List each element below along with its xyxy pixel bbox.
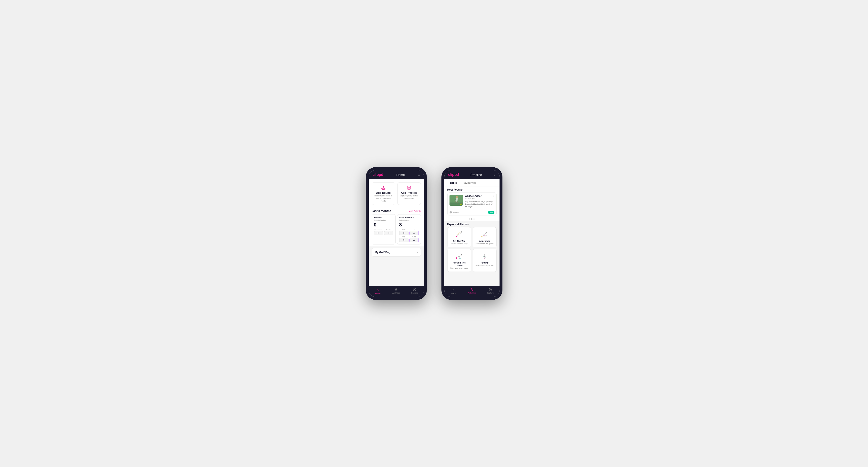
dot-3 — [473, 218, 475, 220]
home-nav-label: Home — [375, 292, 380, 294]
svg-rect-12 — [450, 203, 463, 206]
tab-drills[interactable]: Drills — [447, 179, 460, 186]
skill-putting[interactable]: Putting Make and lag practice — [473, 249, 497, 272]
practice-rounds-value: 0 — [384, 231, 393, 235]
golf-bag-label: My Golf Bag — [375, 251, 391, 254]
rounds-capture-label: Rounds Capture — [374, 219, 393, 221]
popular-card-inner: Wedge Ladder ☆ 50–100 yds Play 1 shot at… — [447, 193, 496, 210]
app-value: 4 — [409, 231, 419, 235]
practice-menu-icon[interactable]: ≡ — [493, 173, 495, 177]
putt-cell: PUTT 4 — [409, 236, 419, 242]
svg-point-19 — [456, 236, 457, 237]
practice-capture-nav-label: Capture — [487, 292, 494, 294]
phone-practice-screen: clippd Practice ≡ Drills Favourites Most… — [444, 170, 499, 297]
nav-home[interactable]: ⌂ Home — [369, 288, 387, 294]
drills-row1: OTT 0 APP 4 — [399, 229, 419, 235]
home-menu-icon[interactable]: ≡ — [418, 173, 420, 177]
add-practice-title: Add Practice — [401, 191, 417, 194]
putt-label: PUTT — [412, 236, 416, 238]
drills-total: 8 — [399, 222, 419, 228]
practice-header: clippd Practice ≡ — [444, 170, 499, 179]
approach-title: Approach — [479, 240, 490, 242]
add-practice-icon — [406, 185, 412, 190]
add-round-card[interactable]: Add Round Record your shots in fast or e… — [372, 182, 395, 205]
popular-card-image-inner — [450, 195, 463, 206]
nav-activities[interactable]: Activities — [387, 288, 405, 294]
svg-line-23 — [482, 232, 487, 237]
popular-info-header: Wedge Ladder ☆ — [465, 195, 494, 197]
popular-card-accent-bar — [496, 193, 496, 215]
add-practice-card[interactable]: Add Practice Capture your practice off-t… — [397, 182, 421, 205]
svg-marker-2 — [383, 186, 384, 187]
practice-home-nav-icon: ⌂ — [453, 288, 454, 292]
nav-capture[interactable]: Capture — [405, 288, 424, 294]
approach-icon — [480, 230, 490, 239]
off-the-tee-title: Off The Tee — [453, 240, 466, 242]
svg-point-4 — [408, 187, 410, 188]
ott-value: 0 — [399, 231, 408, 235]
svg-point-0 — [381, 188, 385, 190]
explore-title: Explore skill areas — [447, 223, 497, 226]
home-logo: clippd — [373, 173, 383, 177]
popular-card-star: ☆ — [492, 195, 494, 197]
tournament-cell: Tournament 0 — [374, 229, 383, 235]
add-round-title: Add Round — [376, 191, 391, 194]
ott-label: OTT — [402, 229, 405, 230]
practice-title: Practice — [470, 173, 482, 177]
putting-icon — [480, 252, 490, 260]
stats-container: Rounds Rounds Capture 0 Tournament 0 Pra… — [369, 214, 424, 246]
popular-shots-label: 9 shots — [450, 211, 459, 214]
capture-nav-icon — [413, 288, 416, 291]
action-cards-container: Add Round Record your shots in fast or e… — [369, 179, 424, 207]
practice-activities-nav-icon — [470, 288, 473, 291]
practice-bottom-nav: ⌂ Home Activities — [444, 286, 499, 297]
arg-label: ARG — [402, 236, 405, 238]
last3months-label: Last 3 Months — [372, 209, 392, 213]
drills-row2: ARG 0 PUTT 4 — [399, 236, 419, 242]
practice-tabs: Drills Favourites — [444, 179, 499, 186]
add-round-icon — [381, 185, 386, 190]
golf-bag-button[interactable]: My Golf Bag › — [372, 248, 421, 257]
phone-practice: clippd Practice ≡ Drills Favourites Most… — [441, 167, 502, 300]
home-nav-icon: ⌂ — [377, 288, 379, 292]
practice-logo: clippd — [448, 173, 459, 177]
off-the-tee-icon — [454, 230, 464, 239]
practice-home-nav-label: Home — [451, 292, 456, 294]
add-practice-desc: Capture your practice off-the-course — [400, 195, 419, 200]
tournament-value: 0 — [374, 231, 383, 235]
skill-grid: Off The Tee Power and accuracy — [447, 227, 497, 272]
arg-value: 0 — [399, 238, 408, 242]
dot-2 — [471, 218, 472, 220]
view-activity-link[interactable]: View Activity — [409, 210, 421, 212]
rounds-title: Rounds — [374, 216, 393, 219]
practice-content: Most Popular — [444, 186, 499, 286]
explore-section: Explore skill areas — [444, 221, 499, 274]
tab-favourites[interactable]: Favourites — [460, 179, 479, 186]
activities-nav-label: Activities — [393, 292, 400, 294]
shots-icon — [450, 211, 452, 214]
around-the-green-desc: Hone your short game — [450, 267, 468, 269]
skill-around-the-green[interactable]: Around The Green Hone your short game — [447, 249, 471, 272]
popular-card-desc: Play 1 shot at each target yardage. If y… — [465, 200, 494, 208]
putting-title: Putting — [480, 261, 489, 264]
home-title: Home — [396, 173, 405, 177]
skill-off-the-tee[interactable]: Off The Tee Power and accuracy — [447, 227, 471, 247]
practice-nav-capture[interactable]: Capture — [481, 288, 499, 294]
rounds-box: Rounds Rounds Capture 0 Tournament 0 Pra… — [372, 214, 396, 245]
around-the-green-title: Around The Green — [450, 261, 469, 267]
svg-point-7 — [396, 289, 397, 290]
popular-app-badge: APP — [488, 211, 494, 214]
rounds-total: 0 — [374, 222, 393, 228]
capture-nav-label: Capture — [411, 292, 418, 294]
most-popular-section: Most Popular — [444, 186, 499, 217]
skill-approach[interactable]: Approach Dial-in to hit the green — [473, 227, 497, 247]
popular-card-footer: 9 shots APP — [447, 210, 496, 215]
popular-card[interactable]: Wedge Ladder ☆ 50–100 yds Play 1 shot at… — [447, 192, 497, 215]
rounds-rows: Tournament 0 Practice 0 — [374, 229, 393, 235]
practice-nav-activities[interactable]: Activities — [463, 288, 481, 294]
off-the-tee-desc: Power and accuracy — [451, 243, 468, 245]
practice-nav-home[interactable]: ⌂ Home — [444, 288, 463, 294]
svg-point-22 — [485, 235, 485, 236]
add-round-desc: Record your shots in fast or enhanced mo… — [374, 195, 393, 202]
drills-title: Practice Drills — [399, 216, 419, 219]
